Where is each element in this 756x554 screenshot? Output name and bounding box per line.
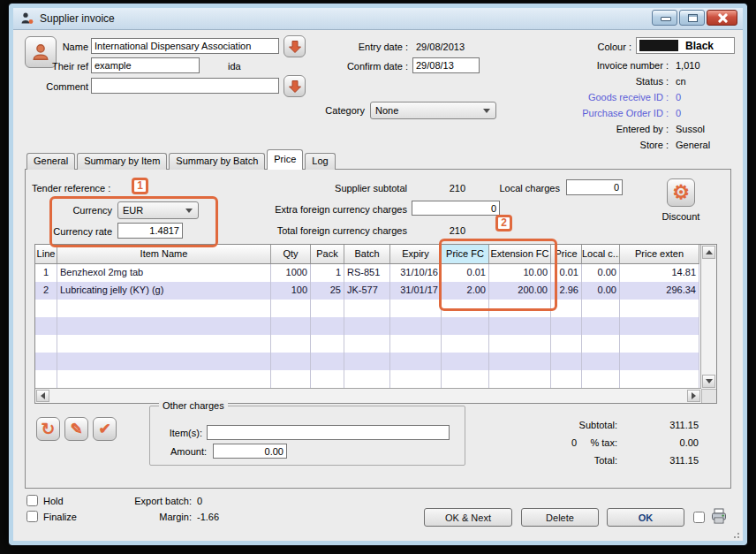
hold-checkbox[interactable]: [26, 495, 38, 506]
other-charges-items-input[interactable]: [207, 425, 450, 440]
cell[interactable]: 100: [271, 282, 311, 300]
cell[interactable]: 0.00: [582, 264, 620, 282]
cell[interactable]: 10.00: [489, 264, 551, 282]
cell[interactable]: 31/10/16: [390, 264, 442, 282]
cell[interactable]: 296.34: [620, 282, 699, 300]
cell[interactable]: Benzhexol 2mg tab: [57, 264, 271, 282]
window-titlebar[interactable]: Supplier invoice: [13, 8, 743, 29]
currency-rate-input[interactable]: [117, 223, 183, 239]
edit-note-button[interactable]: ✎: [64, 417, 88, 441]
ok-next-button[interactable]: OK & Next: [424, 508, 512, 527]
table-header-row: LineItem NameQtyPackBatchExpiryPrice FCE…: [35, 245, 699, 264]
printer-icon[interactable]: [710, 507, 728, 528]
ok-button[interactable]: OK: [607, 508, 684, 527]
cell[interactable]: Lubricating jelly (KY) (g): [57, 282, 271, 300]
scroll-up-button[interactable]: [702, 246, 715, 259]
cell[interactable]: 2.96: [551, 282, 582, 300]
supplier-code: ida: [228, 61, 241, 72]
cell[interactable]: 1: [311, 264, 344, 282]
cell[interactable]: 1: [35, 264, 57, 282]
comment-input[interactable]: [91, 78, 279, 94]
table-row-4: [35, 317, 699, 335]
discount-button[interactable]: ⚙: [667, 178, 695, 207]
cell[interactable]: 2.00: [442, 282, 489, 300]
table-row-6: [35, 353, 699, 370]
goods-receive-id-label[interactable]: Goods receive ID :: [492, 92, 669, 102]
name-label: Name: [13, 42, 88, 52]
column-header-batch[interactable]: Batch: [344, 245, 390, 263]
cell: [57, 335, 271, 353]
cell[interactable]: 0.01: [442, 264, 489, 282]
name-input[interactable]: [91, 38, 279, 54]
tab-summary-by-item[interactable]: Summary by Item: [77, 153, 167, 170]
invoice-number-label: Invoice number :: [492, 60, 669, 71]
cell[interactable]: 1000: [271, 264, 311, 282]
confirm-date-input[interactable]: [412, 57, 480, 73]
cell[interactable]: 2: [35, 282, 57, 300]
finalize-checkbox[interactable]: [26, 511, 38, 522]
tax-rate-value[interactable]: 0: [554, 437, 577, 448]
goods-receive-id-value[interactable]: 0: [676, 92, 681, 102]
delete-button[interactable]: Delete: [521, 508, 599, 527]
minimize-button[interactable]: [652, 10, 677, 26]
scroll-down-button[interactable]: [702, 375, 715, 388]
print-checkbox[interactable]: [693, 512, 705, 523]
tab-price[interactable]: Price: [267, 149, 303, 170]
refresh-lines-button[interactable]: ↻: [36, 417, 60, 441]
other-charges-amount-input[interactable]: [213, 444, 287, 459]
entered-by-value: Sussol: [676, 124, 705, 134]
column-header-local-c-[interactable]: Local c...: [582, 245, 620, 263]
cell: [582, 353, 620, 370]
colour-label: Colour :: [508, 42, 631, 52]
scroll-right-button[interactable]: [687, 390, 700, 402]
horizontal-scrollbar[interactable]: [35, 388, 701, 403]
column-header-qty[interactable]: Qty: [271, 245, 311, 263]
table-row-1[interactable]: 1Benzhexol 2mg tab10001RS-85131/10/160.0…: [35, 264, 699, 282]
purchase-order-id-label[interactable]: Purchase Order ID :: [492, 108, 669, 118]
cell[interactable]: 25: [311, 282, 344, 300]
window-client-area: Name Their ref ida Comment Entry date : …: [13, 29, 743, 541]
cell[interactable]: JK-577: [344, 282, 390, 300]
cell: [344, 300, 390, 317]
column-header-line[interactable]: Line: [35, 245, 57, 263]
cell: [582, 300, 620, 317]
close-button[interactable]: [707, 10, 737, 26]
column-header-price-exten[interactable]: Price exten: [620, 245, 699, 263]
cell[interactable]: RS-851: [344, 264, 390, 282]
cell[interactable]: 14.81: [620, 264, 699, 282]
currency-dropdown[interactable]: EUR: [117, 201, 199, 219]
comment-expand-button[interactable]: [284, 75, 306, 97]
cell: [551, 370, 582, 388]
column-header-expiry[interactable]: Expiry: [390, 245, 442, 263]
export-batch-value: 0: [197, 496, 202, 506]
cell: [442, 370, 489, 388]
confirm-button[interactable]: ✔: [93, 417, 117, 441]
category-dropdown[interactable]: None: [370, 102, 496, 119]
cell[interactable]: 0.00: [582, 282, 620, 300]
cell[interactable]: 0.01: [551, 264, 582, 282]
column-header-extension-fc[interactable]: Extension FC: [489, 245, 551, 263]
column-header-price-fc[interactable]: Price FC: [442, 245, 489, 263]
maximize-button[interactable]: [679, 10, 705, 26]
column-header-price[interactable]: Price: [551, 245, 582, 263]
vertical-scrollbar[interactable]: [700, 245, 716, 389]
column-header-item-name[interactable]: Item Name: [57, 245, 271, 263]
cell: [271, 317, 311, 335]
tab-general[interactable]: General: [26, 153, 75, 170]
colour-button[interactable]: Black: [636, 37, 735, 54]
local-charges-input[interactable]: [566, 179, 623, 195]
purchase-order-id-value[interactable]: 0: [676, 108, 681, 118]
scroll-left-button[interactable]: [36, 390, 49, 402]
resize-grip[interactable]: [730, 529, 739, 538]
extra-fc-charges-input[interactable]: [412, 201, 500, 216]
cell: [551, 335, 582, 353]
cell[interactable]: 200.00: [489, 282, 551, 300]
category-label: Category: [287, 105, 365, 116]
their-ref-input[interactable]: [91, 57, 200, 73]
tab-summary-by-batch[interactable]: Summary by Batch: [169, 153, 265, 170]
tab-log[interactable]: Log: [305, 153, 335, 170]
table-row-2[interactable]: 2Lubricating jelly (KY) (g)10025JK-57731…: [35, 282, 699, 300]
cell[interactable]: 31/01/17: [390, 282, 442, 300]
column-header-pack[interactable]: Pack: [311, 245, 344, 263]
cell: [390, 300, 442, 317]
